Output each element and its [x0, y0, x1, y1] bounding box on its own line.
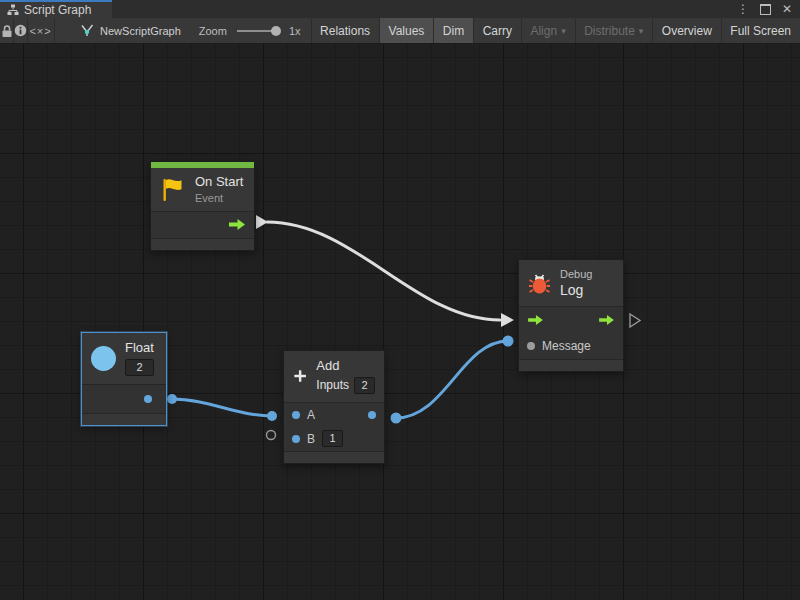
- b-value-field[interactable]: 1: [322, 430, 343, 447]
- button-label: Distribute: [584, 24, 635, 38]
- values-button[interactable]: Values: [380, 18, 434, 43]
- window-menu-icon[interactable]: ⋮: [737, 3, 749, 15]
- wire-add-to-log[interactable]: [396, 341, 508, 418]
- float-output-port[interactable]: [82, 385, 166, 413]
- graph-toolbar: <×> NewScriptGraph Zoom 1x Relations Val…: [0, 18, 800, 44]
- dim-button[interactable]: Dim: [434, 18, 473, 43]
- wire-float-to-add[interactable]: [172, 399, 272, 416]
- node-title: Add: [316, 359, 375, 374]
- port-row-b: B 1: [284, 427, 384, 451]
- node-footer: [82, 414, 166, 425]
- plus-icon: [293, 363, 307, 389]
- wire-onstart-to-log[interactable]: [267, 222, 500, 320]
- button-label: Align: [530, 24, 557, 38]
- button-label: Dim: [443, 24, 464, 38]
- overview-button[interactable]: Overview: [653, 18, 721, 43]
- zoom-slider[interactable]: [237, 30, 277, 32]
- unconnected-flow-triangle[interactable]: [630, 314, 640, 327]
- input-a-port-dot[interactable]: [292, 411, 300, 419]
- unconnected-port-circle[interactable]: [267, 431, 276, 440]
- message-label: Message: [542, 339, 591, 353]
- title-bar: Script Graph ⋮ ✕: [0, 0, 800, 18]
- tab-script-graph[interactable]: Script Graph: [0, 0, 112, 18]
- window-controls: ⋮ ✕: [737, 0, 800, 18]
- node-footer: [519, 360, 623, 371]
- node-header: Add Inputs 2: [284, 351, 384, 402]
- node-header: Debug Log: [519, 260, 623, 306]
- zoom-label: Zoom: [199, 25, 227, 37]
- inputs-label: Inputs: [316, 379, 349, 393]
- node-add[interactable]: Add Inputs 2 A B 1: [283, 350, 385, 464]
- button-label: Overview: [662, 24, 712, 38]
- flow-arrow-icon: [228, 218, 246, 231]
- node-float[interactable]: Float 2: [81, 332, 167, 426]
- node-on-start[interactable]: On Start Event: [150, 161, 255, 251]
- maximize-icon[interactable]: [760, 4, 771, 15]
- button-label: Full Screen: [730, 24, 791, 38]
- tab-label: Script Graph: [24, 3, 91, 17]
- graph-icon: [80, 24, 94, 37]
- zoom-slider-handle[interactable]: [271, 26, 281, 36]
- zoom-value: 1x: [289, 25, 301, 37]
- node-category: Debug: [560, 268, 592, 280]
- carry-button[interactable]: Carry: [474, 18, 521, 43]
- inputs-count-field[interactable]: 2: [354, 377, 375, 394]
- flow-input-arrow-icon[interactable]: [527, 314, 544, 326]
- flow-output-arrow-icon[interactable]: [598, 314, 615, 326]
- hierarchy-icon: [7, 4, 19, 16]
- port-b-label: B: [307, 432, 315, 446]
- port-row-a: A: [284, 403, 384, 427]
- chevron-down-icon: ▾: [639, 26, 644, 36]
- node-debug-log[interactable]: Debug Log Message: [518, 259, 624, 372]
- lock-icon: [1, 24, 13, 38]
- message-port-row: Message: [519, 333, 623, 359]
- button-label: Relations: [320, 24, 370, 38]
- button-label: Carry: [483, 24, 512, 38]
- node-header: Float 2: [82, 333, 166, 384]
- sum-output-port-dot[interactable]: [368, 411, 376, 419]
- fullscreen-button[interactable]: Full Screen: [721, 18, 800, 43]
- trigger-output-port[interactable]: [151, 212, 254, 238]
- graph-breadcrumb[interactable]: NewScriptGraph: [80, 18, 181, 43]
- node-title: Float: [125, 341, 154, 356]
- unit-options-button[interactable]: <×>: [28, 18, 54, 43]
- chevron-down-icon: ▾: [561, 26, 566, 36]
- info-icon: [14, 24, 27, 37]
- port-a-label: A: [307, 408, 315, 422]
- lock-button[interactable]: [0, 18, 13, 43]
- angle-brackets-icon: <×>: [29, 25, 51, 37]
- node-subtitle: Event: [195, 192, 243, 204]
- relations-button[interactable]: Relations: [311, 18, 379, 43]
- align-dropdown[interactable]: Align ▾: [521, 18, 574, 43]
- node-header: On Start Event: [151, 168, 254, 211]
- flag-icon: [160, 176, 186, 203]
- flow-port-row: [519, 307, 623, 333]
- info-button[interactable]: [14, 18, 28, 43]
- input-b-port-dot[interactable]: [292, 435, 300, 443]
- message-port-dot[interactable]: [527, 342, 535, 350]
- close-icon[interactable]: ✕: [782, 3, 792, 15]
- node-footer: [151, 239, 254, 250]
- node-title: On Start: [195, 175, 243, 190]
- graph-name-label: NewScriptGraph: [100, 25, 181, 37]
- node-footer: [284, 452, 384, 463]
- graph-canvas[interactable]: On Start Event Float 2: [0, 44, 800, 600]
- wire-layer: [0, 44, 800, 600]
- distribute-dropdown[interactable]: Distribute ▾: [575, 18, 652, 43]
- bug-icon: [528, 271, 551, 295]
- node-title: Log: [560, 282, 592, 298]
- wire-end-arrow: [501, 313, 514, 327]
- float-type-icon: [91, 346, 116, 371]
- float-value-field[interactable]: 2: [125, 359, 154, 376]
- button-label: Values: [389, 24, 425, 38]
- value-port-dot: [144, 395, 152, 403]
